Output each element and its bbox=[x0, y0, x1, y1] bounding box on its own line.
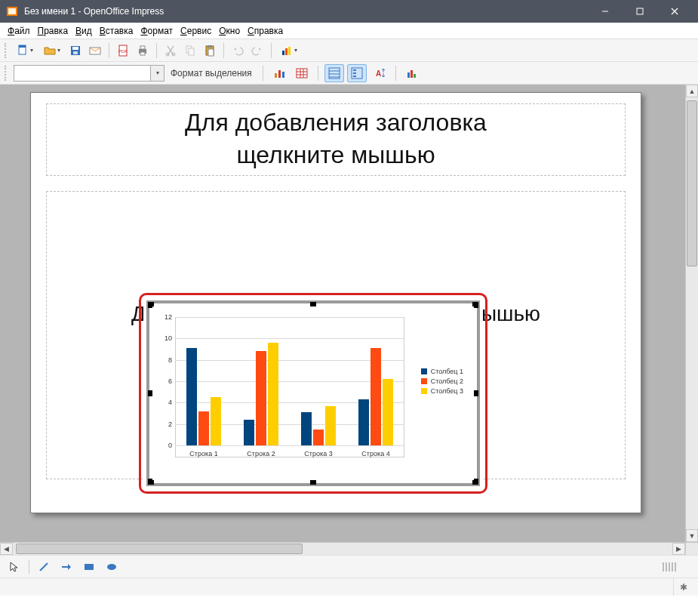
legend-swatch bbox=[421, 368, 427, 374]
menu-window[interactable]: Окно bbox=[216, 24, 243, 38]
hscroll-thumb[interactable] bbox=[16, 544, 303, 554]
toolbar2-grip[interactable] bbox=[5, 66, 8, 81]
chart-type-bar-button[interactable] bbox=[269, 64, 289, 82]
svg-rect-22 bbox=[208, 45, 212, 48]
legend-label: Столбец 2 bbox=[431, 377, 463, 385]
toolbar-grip[interactable] bbox=[5, 43, 8, 58]
scrollbar-corner bbox=[685, 543, 698, 555]
window-titlebar: Без имени 1 - OpenOffice Impress bbox=[0, 0, 698, 23]
svg-rect-20 bbox=[189, 48, 194, 55]
copy-button[interactable] bbox=[181, 42, 199, 60]
legend-label: Столбец 3 bbox=[431, 387, 463, 395]
canvas-viewport[interactable]: Для добавления заголовка щелкните мышью … bbox=[0, 85, 685, 542]
svg-rect-40 bbox=[353, 69, 356, 71]
chart-layout-button[interactable] bbox=[402, 64, 422, 82]
y-tick-label: 6 bbox=[168, 377, 172, 385]
svg-rect-45 bbox=[410, 70, 413, 78]
export-pdf-button[interactable]: PDF bbox=[114, 42, 132, 60]
body-placeholder[interactable]: Для добавления текста щелкните мышью bbox=[46, 191, 626, 479]
undo-button[interactable] bbox=[229, 42, 247, 60]
redo-button[interactable] bbox=[248, 42, 266, 60]
title-text-line1: Для добавления заголовка bbox=[47, 104, 625, 137]
select-tool-button[interactable] bbox=[6, 559, 23, 575]
vertical-scrollbar[interactable]: ▲ ▼ bbox=[685, 85, 698, 542]
new-doc-button[interactable] bbox=[12, 42, 38, 60]
bar bbox=[313, 430, 324, 445]
legend-item: Столбец 3 bbox=[421, 387, 463, 395]
bar bbox=[186, 348, 197, 445]
svg-rect-23 bbox=[208, 49, 214, 56]
scroll-left-button[interactable]: ◀ bbox=[0, 543, 13, 555]
menu-tools[interactable]: Сервис bbox=[177, 24, 214, 38]
vscroll-thumb[interactable] bbox=[687, 100, 697, 266]
scroll-down-button[interactable]: ▼ bbox=[686, 529, 698, 542]
svg-line-47 bbox=[40, 563, 48, 571]
legend-button[interactable] bbox=[347, 64, 367, 82]
svg-rect-27 bbox=[275, 73, 277, 78]
slide[interactable]: Для добавления заголовка щелкните мышью … bbox=[30, 92, 641, 513]
arrow-tool-button[interactable] bbox=[58, 559, 75, 575]
legend-swatch bbox=[421, 378, 427, 384]
svg-rect-29 bbox=[282, 72, 284, 78]
svg-rect-16 bbox=[140, 52, 145, 55]
title-placeholder[interactable]: Для добавления заголовка щелкните мышью bbox=[46, 103, 626, 176]
scroll-right-button[interactable]: ▶ bbox=[672, 543, 685, 555]
bar bbox=[358, 399, 369, 445]
bar bbox=[198, 411, 209, 445]
scroll-up-button[interactable]: ▲ bbox=[686, 85, 698, 97]
horizontal-scrollbar[interactable]: ◀ ▶ bbox=[0, 542, 698, 555]
cut-button[interactable] bbox=[161, 42, 180, 60]
standard-toolbar: PDF bbox=[0, 39, 698, 62]
close-button[interactable] bbox=[657, 0, 692, 23]
text-scale-button[interactable]: A bbox=[370, 64, 389, 82]
svg-text:A: A bbox=[376, 69, 381, 78]
vscroll-track[interactable] bbox=[686, 97, 698, 529]
y-tick-label: 0 bbox=[168, 442, 172, 449]
menu-format[interactable]: Формат bbox=[137, 24, 176, 38]
line-tool-button[interactable] bbox=[35, 559, 52, 575]
title-text-line2: щелкните мышью bbox=[47, 137, 625, 169]
bar bbox=[211, 397, 221, 445]
svg-rect-28 bbox=[278, 70, 281, 78]
svg-rect-10 bbox=[73, 51, 78, 54]
bar bbox=[325, 406, 336, 445]
y-tick-label: 8 bbox=[168, 356, 172, 364]
svg-text:PDF: PDF bbox=[118, 49, 128, 54]
ellipse-tool-button[interactable] bbox=[103, 559, 120, 575]
legend-item: Столбец 2 bbox=[421, 377, 463, 385]
y-tick-label: 10 bbox=[165, 334, 172, 342]
svg-rect-30 bbox=[297, 69, 307, 78]
insert-chart-button[interactable] bbox=[276, 42, 302, 60]
menu-view[interactable]: Вид bbox=[72, 24, 95, 38]
bar bbox=[256, 351, 266, 445]
paste-button[interactable] bbox=[201, 42, 219, 60]
chart-legend: Столбец 1Столбец 2Столбец 3 bbox=[421, 365, 463, 397]
svg-rect-7 bbox=[19, 45, 26, 48]
print-button[interactable] bbox=[134, 42, 152, 60]
style-combo[interactable]: ▾ bbox=[14, 65, 165, 82]
drawing-toolbar bbox=[0, 555, 698, 578]
minimize-button[interactable] bbox=[588, 0, 623, 23]
bar bbox=[301, 412, 312, 445]
menu-insert[interactable]: Вставка bbox=[97, 24, 137, 38]
x-category-label: Строка 3 bbox=[290, 447, 347, 457]
format-selection-label: Формат выделения bbox=[171, 68, 252, 79]
svg-rect-44 bbox=[407, 72, 410, 78]
app-icon bbox=[6, 5, 18, 17]
gridlines-h-button[interactable] bbox=[324, 64, 344, 82]
menu-file[interactable]: Файл bbox=[5, 24, 33, 38]
drawbar-grip[interactable] bbox=[647, 562, 692, 571]
svg-rect-46 bbox=[414, 74, 416, 78]
email-button[interactable] bbox=[86, 42, 104, 60]
hscroll-track[interactable] bbox=[13, 543, 672, 555]
chart-object[interactable]: 024681012 Строка 1Строка 2Строка 3Строка… bbox=[143, 297, 483, 489]
save-button[interactable] bbox=[66, 42, 85, 60]
svg-rect-41 bbox=[353, 72, 356, 74]
maximize-button[interactable] bbox=[623, 0, 657, 23]
menu-edit[interactable]: Правка bbox=[35, 24, 72, 38]
data-table-button[interactable] bbox=[292, 64, 312, 82]
x-axis: Строка 1Строка 2Строка 3Строка 4 bbox=[175, 447, 404, 457]
open-button[interactable] bbox=[39, 42, 65, 60]
rectangle-tool-button[interactable] bbox=[81, 559, 97, 575]
menu-help[interactable]: Справка bbox=[244, 24, 286, 38]
